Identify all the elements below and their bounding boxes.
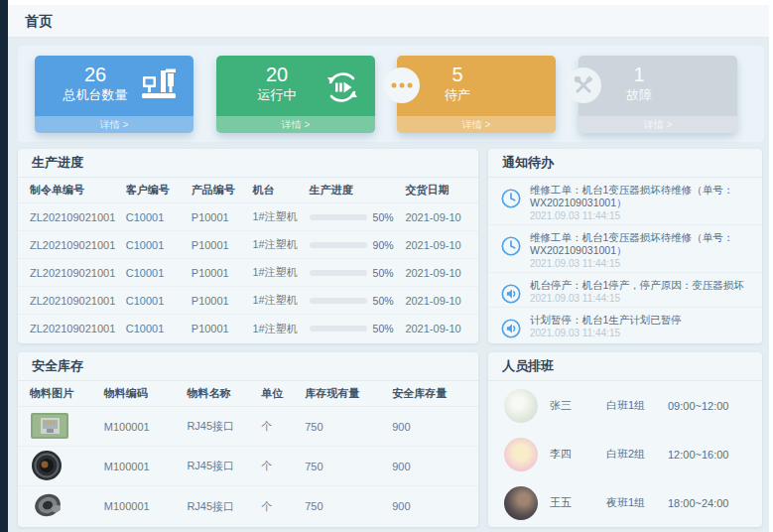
card-total-machines[interactable]: 26 总机台数量 详情 >	[35, 56, 193, 133]
notification-time: 2021.09.03 11:44:15	[530, 257, 750, 270]
staff-name: 李四	[550, 447, 606, 462]
table-row: M100001 RJ45接口 个 750 900	[18, 486, 478, 526]
avatar	[504, 389, 538, 423]
staff-time: 18:00~24:00	[668, 497, 728, 509]
speaker-icon	[500, 279, 530, 303]
list-item: 王五 夜班1组 18:00~24:00	[488, 478, 762, 527]
progress-bar: 50%	[310, 323, 406, 334]
running-value: 20	[222, 63, 331, 86]
table-row: M100001 RJ45接口 个 750 900	[18, 407, 478, 447]
rj45-connector-photo	[30, 411, 104, 443]
page-title: 首页	[25, 13, 53, 31]
progress-bar: 90%	[310, 239, 406, 251]
staff-name: 王五	[550, 495, 606, 510]
waiting-details-link[interactable]: 详情 >	[397, 116, 556, 133]
notification-text: 维修工单：机台1变压器损坏待维修（单号：WX202109031001）	[530, 184, 750, 209]
staff-time: 09:00~12:00	[668, 400, 728, 412]
card-waiting[interactable]: 5 待产 详情 >	[397, 56, 556, 133]
list-item: 李四 白班2组 12:00~16:00	[488, 430, 762, 478]
running-details-link[interactable]: 详情 >	[216, 116, 375, 133]
table-row: ZL202109021001 C10001 P10001 1#注塑机 50% 2…	[18, 203, 478, 231]
breadcrumb-bar: 首页	[8, 5, 769, 38]
production-progress-title: 生产进度	[18, 149, 478, 178]
list-item: 计划暂停：机台1生产计划已暂停 2021.09.03 11:44:15	[488, 308, 762, 342]
machine-icon	[139, 67, 181, 105]
staff-schedule-title: 人员排班	[488, 352, 762, 381]
avatar	[504, 486, 538, 520]
avatar	[504, 438, 538, 471]
notification-text: 机台停产：机台1停产，停产原因：变压器损坏	[530, 279, 750, 292]
progress-bar: 50%	[310, 267, 406, 279]
staff-shift: 白班1组	[606, 398, 668, 413]
running-label: 运行中	[222, 86, 331, 104]
list-item: 维修工单：机台1变压器损坏待维修（单号：WX202109031001） 2021…	[488, 178, 762, 225]
list-item: 维修工单：机台1变压器损坏待维修（单号：WX202109031001） 2021…	[488, 225, 762, 273]
total-machines-value: 26	[41, 63, 150, 86]
dashboard-page: 首页 26 总机台数量 详情 >	[0, 0, 773, 532]
notifications-title: 通知待办	[488, 149, 762, 178]
progress-bar: 50%	[310, 295, 406, 307]
speaker-cone-photo	[30, 489, 104, 523]
notification-time: 2021.09.03 11:44:15	[530, 327, 750, 339]
production-progress-panel: 生产进度 制令单编号 客户编号 产品编号 机台 生产进度 交货日期 ZL2021…	[18, 149, 478, 343]
total-machines-details-link[interactable]: 详情 >	[35, 116, 193, 133]
table-row: ZL202109021001 C10001 P10001 1#注塑机 50% 2…	[18, 315, 478, 342]
card-fault[interactable]: 1 故障 详情 >	[579, 56, 737, 133]
clock-icon	[500, 184, 530, 220]
table-row: ZL202109021001 C10001 P10001 1#注塑机 50% 2…	[18, 287, 478, 315]
list-item: 机台停产：机台1停产，停产原因：变压器损坏 2021.09.03 11:44:1…	[488, 273, 762, 308]
notification-text: 计划暂停：机台1生产计划已暂停	[530, 314, 750, 327]
right-edge	[769, 0, 773, 532]
staff-time: 12:00~16:00	[668, 449, 728, 461]
notifications-panel: 通知待办 维修工单：机台1变压器损坏待维修（单号：WX202109031001）…	[488, 149, 762, 343]
stat-cards-panel: 26 总机台数量 详情 > 20 运行中	[18, 46, 764, 142]
production-table-header: 制令单编号 客户编号 产品编号 机台 生产进度 交货日期	[18, 178, 478, 203]
running-icon	[322, 67, 362, 111]
fault-details-link[interactable]: 详情 >	[579, 116, 737, 133]
inventory-table-header: 物料图片 物料编码 物料名称 单位 库存现有量 安全库存量	[18, 381, 478, 407]
round-speaker-photo	[30, 449, 104, 484]
notification-time: 2021.09.03 11:44:15	[530, 292, 750, 305]
staff-shift: 白班2组	[606, 447, 668, 462]
staff-schedule-panel: 人员排班 张三 白班1组 09:00~12:00 李四 白班2组 12:00~1…	[488, 352, 762, 527]
safety-stock-panel: 安全库存 物料图片 物料编码 物料名称 单位 库存现有量 安全库存量 M1000…	[18, 352, 478, 527]
safety-stock-title: 安全库存	[18, 352, 478, 381]
card-running[interactable]: 20 运行中 详情 >	[216, 56, 375, 133]
staff-shift: 夜班1组	[606, 495, 668, 510]
notification-time: 2021.09.03 11:44:15	[530, 209, 750, 222]
staff-name: 张三	[550, 398, 606, 413]
speaker-icon	[500, 314, 530, 338]
list-item: 张三 白班1组 09:00~12:00	[488, 381, 762, 430]
ellipsis-icon	[384, 67, 420, 103]
clock-icon	[500, 231, 530, 268]
total-machines-label: 总机台数量	[41, 86, 150, 104]
sidebar-edge	[0, 0, 8, 532]
notification-text: 维修工单：机台1变压器损坏待维修（单号：WX202109031001）	[530, 231, 750, 257]
table-row: M100001 RJ45接口 个 750 900	[18, 447, 478, 486]
tools-icon	[566, 67, 601, 103]
table-row: ZL202109021001 C10001 P10001 1#注塑机 90% 2…	[18, 231, 478, 259]
table-row: ZL202109021001 C10001 P10001 1#注塑机 50% 2…	[18, 259, 478, 287]
progress-bar: 50%	[310, 211, 406, 223]
